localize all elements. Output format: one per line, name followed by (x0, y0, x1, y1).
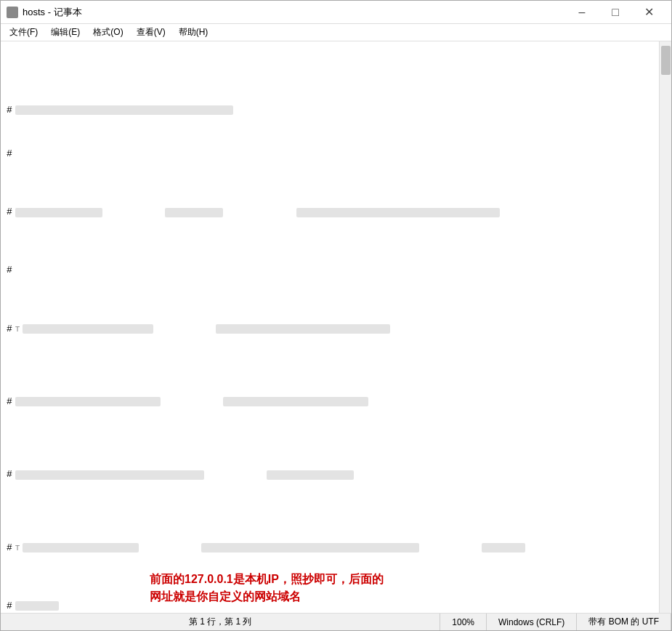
maximize-button[interactable]: □ (599, 1, 632, 24)
menu-format[interactable]: 格式(O) (87, 25, 129, 40)
menu-edit[interactable]: 编辑(E) (45, 25, 86, 40)
status-position: 第 1 行，第 1 列 (1, 614, 440, 630)
window-title: hosts - 记事本 (23, 6, 565, 19)
menu-bar: 文件(F) 编辑(E) 格式(O) 查看(V) 帮助(H) (1, 24, 671, 41)
line-4: # (7, 263, 653, 278)
status-bar: 第 1 行，第 1 列 100% Windows (CRLF) 带有 BOM 的… (1, 613, 671, 630)
line-5: # T (7, 308, 653, 351)
line-7: # (7, 453, 653, 497)
title-bar: hosts - 记事本 – □ ✕ (1, 1, 671, 24)
main-window: hosts - 记事本 – □ ✕ 文件(F) 编辑(E) 格式(O) 查看(V… (0, 0, 672, 631)
window-controls: – □ ✕ (565, 1, 665, 24)
vertical-scrollbar[interactable] (659, 41, 671, 613)
editor-wrapper: # # # # # (1, 41, 671, 613)
line-9: # (7, 599, 653, 613)
scrollbar-thumb[interactable] (661, 46, 671, 75)
line-1: # (7, 103, 653, 118)
text-area[interactable]: # # # # # (1, 41, 659, 613)
line-3: # (7, 190, 653, 234)
line-6: # (7, 380, 653, 424)
status-bom: 带有 BOM 的 UTF (577, 614, 671, 630)
line-8: # T (7, 526, 653, 570)
app-icon (7, 7, 18, 18)
menu-help[interactable]: 帮助(H) (173, 25, 214, 40)
status-zoom: 100% (440, 614, 487, 630)
minimize-button[interactable]: – (565, 1, 599, 24)
line-2: # (7, 147, 653, 161)
menu-file[interactable]: 文件(F) (4, 25, 44, 40)
menu-view[interactable]: 查看(V) (131, 25, 171, 40)
editor-content[interactable]: # # # # # (1, 41, 659, 613)
close-button[interactable]: ✕ (632, 1, 665, 24)
status-encoding: Windows (CRLF) (487, 614, 577, 630)
